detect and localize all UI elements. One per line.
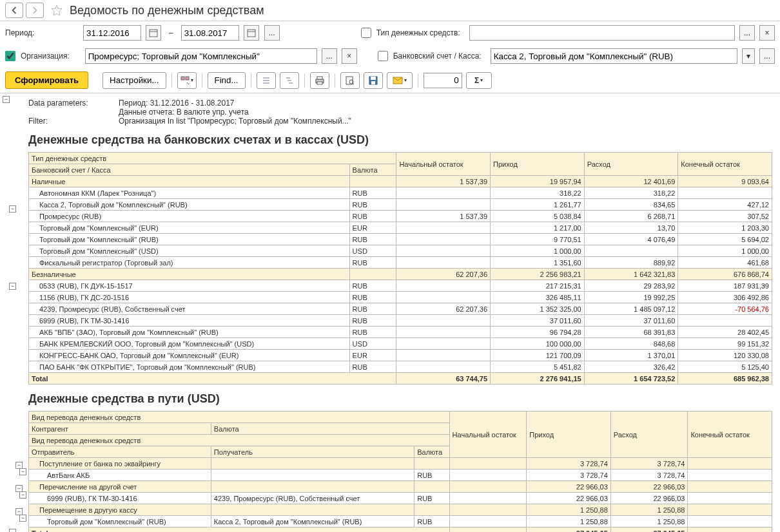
org-checkbox[interactable] [5,51,15,61]
table-row[interactable]: Перемещение в другую кассу1 250,881 250,… [29,504,772,516]
money-type-clear-button[interactable]: × [759,25,775,41]
find-button[interactable]: Find... [208,72,246,89]
table-row[interactable]: 6999 (RUB), ГК ТМ-30-1416RUB37 011,6037 … [29,315,772,327]
data-params-label: Data parameters: [28,99,119,108]
org-more-button[interactable]: ... [322,48,337,64]
page-number-input[interactable] [424,73,462,88]
bank-checkbox[interactable] [378,51,388,61]
table-row[interactable]: Торговый дом "Комплексный" (RUB)RUB9 770… [29,234,772,245]
table-row[interactable]: Наличные1 537,3919 957,9412 401,699 093,… [29,176,772,187]
org-clear-button[interactable]: × [342,48,357,64]
table-row[interactable]: Поступление от банка по эквайрингу3 728,… [29,458,772,470]
favorite-icon[interactable] [50,4,63,17]
money-type-more-button[interactable]: ... [739,25,755,41]
date-to-input[interactable] [181,25,239,41]
table-row[interactable]: АКБ "ВПБ" (ЗАО), Торговый дом "Комплексн… [29,327,772,338]
form-button[interactable]: Сформировать [5,71,88,89]
date-from-input[interactable] [83,25,141,41]
table-row[interactable]: Фискальный регистратор (Торговый зал)RUB… [29,257,772,269]
page-title: Ведомость по денежным средствам [70,4,264,17]
table-row[interactable]: 0533 (RUB), ГК ДУК-15-1517RUB217 215,312… [29,280,772,292]
table-row[interactable]: Торговый дом "Комплексный" (RUB)Касса 2,… [29,516,772,527]
tree-expand-icon[interactable]: ▾ [177,72,197,89]
settings-button[interactable]: Настройки... [102,72,166,89]
tree-toggle[interactable]: − [3,96,10,103]
table-row[interactable]: Автономная ККМ (Ларек "Розница")RUB318,2… [29,187,772,199]
data-params-line1: Период: 31.12.2016 - 31.08.2017 [119,99,235,108]
svg-rect-15 [346,77,353,84]
period-label: Период: [5,28,41,37]
money-type-input[interactable] [469,25,735,41]
money-type-checkbox[interactable] [361,28,371,38]
mail-icon[interactable]: ▾ [387,72,413,89]
section2-title: Денежные средства в пути (USD) [28,392,772,406]
table-row[interactable]: Торговый дом "Комплексный" (EUR)EUR1 217… [29,222,772,234]
table-row[interactable]: КОНГРЕСС-БАНК ОАО, Торговый дом "Комплек… [29,350,772,361]
svg-rect-4 [181,77,184,80]
preview-icon[interactable] [340,72,360,89]
org-input[interactable] [85,48,317,64]
table-row[interactable]: Промресурс (RUB)RUB1 537,395 038,846 268… [29,211,772,222]
svg-rect-5 [186,77,189,80]
table-row[interactable]: Безналичные62 207,362 256 983,211 642 32… [29,269,772,280]
table-row[interactable]: 4239, Промресурс (RUB), Собственный счет… [29,303,772,315]
table-row[interactable]: Касса 2, Торговый дом "Комплексный" (RUB… [29,199,772,211]
section2-table: Вид перевода денежных средствНачальный о… [28,411,772,532]
collapse-all-icon[interactable] [280,72,299,89]
table-row[interactable]: 6999 (RUB), ГК ТМ-30-14164239, Промресур… [29,493,772,504]
table-row[interactable]: ПАО БАНК "ФК ОТКРЫТИЕ", Торговый дом "Ко… [29,361,772,373]
tree-toggle[interactable]: − [19,468,26,475]
nav-back-button[interactable] [5,3,23,18]
money-type-label: Тип денежных средств: [376,28,460,37]
table-row[interactable]: АвтБанк АКБRUB3 728,743 728,74 [29,470,772,481]
data-params-line2: Данные отчета: В валюте упр. учета [119,108,249,117]
expand-all-icon[interactable] [257,72,276,89]
sum-icon[interactable]: Σ▾ [466,72,492,89]
table-row[interactable]: Торговый дом "Комплексный" (USD)USD1 000… [29,245,772,257]
table-row[interactable]: 1156 (RUB), ГК ДС-20-1516RUB326 485,1119… [29,292,772,303]
svg-rect-14 [317,82,322,84]
filter-label: Filter: [28,117,119,126]
svg-rect-19 [371,77,376,80]
tree-toggle[interactable]: − [9,205,16,213]
tree-toggle[interactable]: − [9,283,16,290]
table-row[interactable]: БАНК КРЕМЛЕВСКИЙ ООО, Торговый дом "Комп… [29,338,772,350]
svg-rect-2 [248,30,255,37]
svg-rect-13 [317,77,322,79]
bank-label: Банковский счет / Касса: [393,52,482,61]
calendar-from-button[interactable] [146,25,161,41]
date-separator: – [169,28,173,37]
calendar-to-button[interactable] [244,25,259,41]
period-more-button[interactable]: ... [264,25,280,41]
tree-toggle[interactable]: − [9,529,16,532]
section1-table: Тип денежных средствНачальный остатокПри… [28,152,772,385]
bank-more-button[interactable]: ... [759,48,775,64]
bank-dropdown-button[interactable]: ▾ [742,48,755,64]
print-icon[interactable] [310,72,329,89]
filter-value: Организация In list "Промресурс; Торговы… [119,117,351,126]
org-label: Организация: [21,52,70,61]
table-row[interactable]: Перечисление на другой счет22 966,0322 9… [29,481,772,493]
nav-forward-button[interactable] [26,3,44,18]
tree-toggle[interactable]: − [19,491,26,499]
bank-input[interactable] [491,48,737,64]
svg-rect-20 [371,81,375,84]
tree-toggle[interactable]: − [19,515,26,522]
section1-title: Денежные средства на банковских счетах и… [28,133,772,147]
save-icon[interactable] [364,72,383,89]
svg-rect-0 [150,30,157,37]
